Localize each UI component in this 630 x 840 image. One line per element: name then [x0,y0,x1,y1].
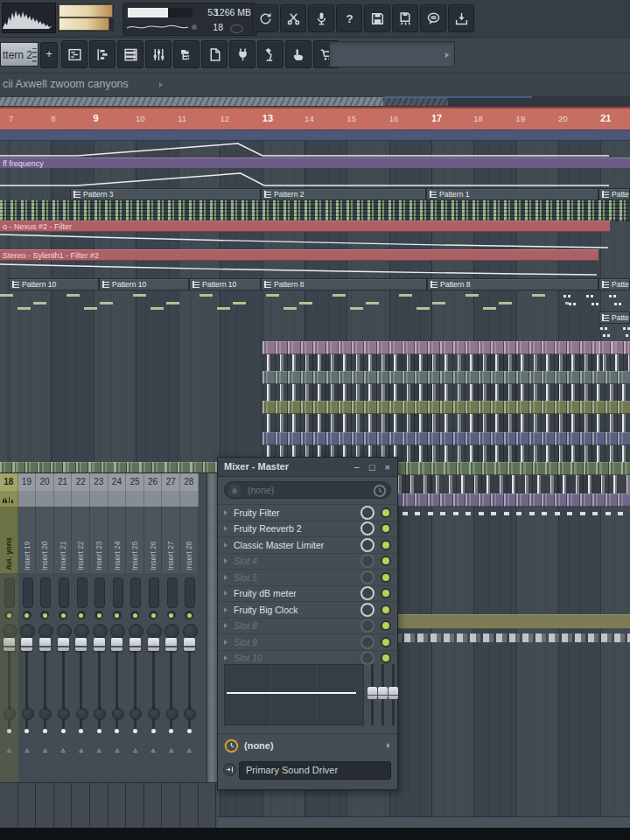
channel-number[interactable]: 19 [18,473,37,491]
automation-curve-3[interactable] [0,232,612,249]
channel-icon-cell[interactable] [36,491,54,507]
channel-icon-cell[interactable] [180,491,199,507]
channel-icon-cell[interactable] [0,491,18,507]
channel-icon-cell[interactable] [144,491,163,507]
channel-name[interactable]: Insert 20 [36,507,54,573]
help-button[interactable]: ? [336,4,362,32]
channel-route-arrow-icon[interactable]: ▵ [72,745,90,755]
mixer-effect-slot[interactable]: Slot 9 [218,634,397,650]
slot-enable-led[interactable] [381,588,391,598]
channel-number[interactable]: 25 [126,473,144,491]
timeline-bar-21[interactable]: 21 [600,113,611,123]
channel-icon-cell[interactable] [108,491,127,507]
touch-button[interactable] [285,40,312,68]
fader-handle[interactable] [39,638,51,651]
slot-mix-knob[interactable] [360,619,374,633]
minimize-button[interactable]: − [354,460,359,474]
mixer-effect-slot[interactable]: Fruity Reeverb 2 [218,521,397,537]
fader-handle[interactable] [148,638,159,651]
channel-number[interactable]: 18 [0,473,18,491]
pattern-clip[interactable]: Patte [598,188,630,200]
channel-route-arrow-icon[interactable]: ▵ [144,745,163,755]
eq-band-slider-mid[interactable] [379,664,387,725]
slot-enable-led[interactable] [381,540,391,550]
plugin-button[interactable] [229,40,256,68]
pattern-notes-dots[interactable] [564,290,630,312]
channel-mute-led[interactable] [90,611,108,621]
pattern-clip[interactable]: Pattern 10 [189,278,261,290]
timeline-bar-20[interactable]: 20 [558,114,568,123]
fader-handle[interactable] [130,638,141,651]
channel-mute-led[interactable] [72,611,90,621]
timeline-bar-7[interactable]: 7 [9,114,13,123]
playlist-h-scrollbar[interactable] [217,816,630,829]
audio-clip-lane-pink[interactable] [262,341,604,373]
save-button[interactable] [364,4,390,32]
mixer-effect-slot[interactable]: Slot 5 [218,569,397,585]
project-button[interactable] [201,40,228,68]
timeline-bar-19[interactable]: 19 [516,114,526,123]
playlist-timeline[interactable]: 789101112131415161718192021 [0,107,630,130]
pattern-clip[interactable]: Pattern 2 [261,188,426,200]
audio-clip-lane-pink[interactable] [598,341,630,373]
channel-name[interactable]: Insert 23 [90,507,108,573]
mixer-button[interactable] [145,40,172,68]
channel-stereo-knob[interactable] [0,708,18,722]
fader-handle[interactable] [75,638,87,651]
mixer-channel-28[interactable]: 28Insert 28▵ [180,473,199,782]
timeline-bar-11[interactable]: 11 [178,114,186,123]
remote-button[interactable] [257,40,284,68]
channel-icon-cell[interactable] [72,491,90,507]
audio-device-field[interactable]: Primary Sound Driver [239,761,391,780]
slot-mix-knob[interactable] [360,522,374,536]
slot-enable-led[interactable] [381,605,391,615]
channel-stereo-knob[interactable] [162,708,180,722]
time-cpu-panel[interactable]: 53 1266 MB 18 [122,3,257,36]
audio-device-row[interactable]: Primary Sound Driver [218,759,397,785]
close-button[interactable]: × [385,460,390,474]
slot-enable-led[interactable] [381,637,391,648]
eq-band-slider-low[interactable] [368,664,376,725]
pattern-notes-dots[interactable] [600,324,630,341]
volume-meters[interactable] [58,4,114,32]
channel-stereo-knob[interactable] [108,708,127,722]
overview-extra-range[interactable] [383,97,448,106]
channel-stereo-knob[interactable] [180,708,199,722]
fader-handle[interactable] [21,638,32,651]
channel-route-arrow-icon[interactable]: ▵ [54,745,73,755]
fader-handle[interactable] [184,638,195,651]
channel-name[interactable]: Insert 27 [162,507,180,573]
channel-icon-cell[interactable] [18,491,37,507]
audio-clip-olive-bar[interactable] [378,614,630,629]
mixer-effect-slot[interactable]: Slot 8 [218,618,397,634]
mixer-effect-slot[interactable]: Classic Master Limiter [218,536,397,553]
eq-display[interactable] [224,664,364,725]
channel-name[interactable]: Insert 19 [18,507,37,573]
pattern-spinner-icon[interactable] [32,48,37,62]
channel-name[interactable]: Insert 21 [54,507,73,573]
channel-stereo-knob[interactable] [36,708,54,722]
automation-curve-4[interactable] [0,262,612,278]
channel-route-arrow-icon[interactable]: ▵ [36,745,54,755]
slot-mix-knob[interactable] [360,651,374,665]
channel-name[interactable]: Insert 24 [108,507,127,573]
mixer-effect-slot[interactable]: Fruity dB meter [218,585,397,602]
piano-roll-button[interactable] [89,40,116,68]
mixer-window-titlebar[interactable]: Mixer - Master −□× [218,458,397,477]
pattern-clip[interactable]: Pattern 8 [427,278,598,290]
mixer-channel-26[interactable]: 26Insert 26▵ [144,473,163,782]
channel-route-arrow-icon[interactable]: ▵ [180,745,199,755]
timeline-bar-8[interactable]: 8 [51,114,55,123]
playlist-overview-scrollbar[interactable] [0,96,630,107]
browser-button[interactable] [173,40,200,68]
timeline-bar-17[interactable]: 17 [431,113,442,123]
channel-mute-led[interactable] [0,611,18,621]
pattern-selector[interactable]: ttern 2 [0,42,38,66]
fader-handle[interactable] [111,638,122,651]
slot-enable-led[interactable] [381,523,391,534]
channel-stereo-knob[interactable] [18,708,37,722]
mixer-effect-slot[interactable]: Fruity Big Clock [218,601,397,618]
channel-number[interactable]: 24 [108,473,127,491]
channel-number[interactable]: 28 [180,473,199,491]
timeline-bar-14[interactable]: 14 [304,114,314,123]
